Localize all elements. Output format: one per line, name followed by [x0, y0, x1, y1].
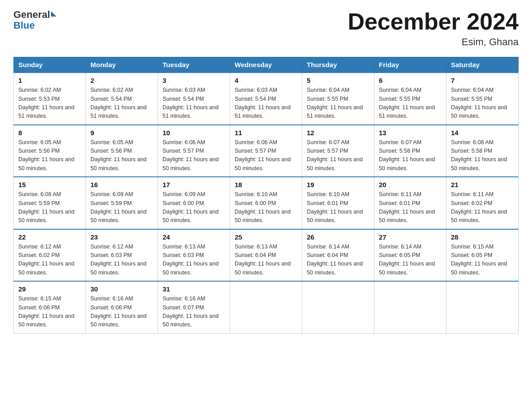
week-row-5: 29 Sunrise: 6:15 AM Sunset: 6:06 PM Dayl…	[14, 281, 519, 333]
day-number: 22	[18, 233, 81, 241]
col-header-wednesday: Wednesday	[230, 57, 302, 73]
day-number: 7	[451, 77, 514, 84]
calendar-cell: 14 Sunrise: 6:08 AM Sunset: 5:58 PM Dayl…	[446, 125, 519, 177]
calendar-cell: 3 Sunrise: 6:03 AM Sunset: 5:54 PM Dayli…	[158, 73, 230, 125]
calendar-cell: 25 Sunrise: 6:13 AM Sunset: 6:04 PM Dayl…	[230, 229, 302, 282]
calendar-cell: 13 Sunrise: 6:07 AM Sunset: 5:58 PM Dayl…	[374, 125, 446, 177]
logo-blue-text: Blue	[13, 20, 35, 31]
col-header-friday: Friday	[374, 57, 446, 73]
day-info: Sunrise: 6:13 AM Sunset: 6:04 PM Dayligh…	[235, 243, 297, 278]
col-header-sunday: Sunday	[14, 57, 86, 73]
calendar-cell	[302, 281, 374, 333]
day-number: 20	[379, 181, 442, 188]
day-info: Sunrise: 6:10 AM Sunset: 6:00 PM Dayligh…	[235, 190, 297, 225]
day-number: 30	[90, 285, 153, 293]
day-info: Sunrise: 6:06 AM Sunset: 5:57 PM Dayligh…	[163, 138, 225, 173]
day-info: Sunrise: 6:03 AM Sunset: 5:54 PM Dayligh…	[163, 86, 225, 121]
day-number: 13	[379, 129, 442, 137]
day-info: Sunrise: 6:10 AM Sunset: 6:01 PM Dayligh…	[307, 190, 369, 225]
calendar-cell: 23 Sunrise: 6:12 AM Sunset: 6:03 PM Dayl…	[86, 229, 158, 282]
day-info: Sunrise: 6:04 AM Sunset: 5:55 PM Dayligh…	[379, 86, 442, 121]
day-info: Sunrise: 6:14 AM Sunset: 6:04 PM Dayligh…	[307, 243, 369, 278]
day-info: Sunrise: 6:11 AM Sunset: 6:01 PM Dayligh…	[379, 190, 442, 225]
calendar-cell: 21 Sunrise: 6:11 AM Sunset: 6:02 PM Dayl…	[446, 177, 519, 229]
calendar-cell: 9 Sunrise: 6:05 AM Sunset: 5:56 PM Dayli…	[86, 125, 158, 177]
col-header-saturday: Saturday	[446, 57, 519, 73]
day-number: 31	[163, 285, 225, 293]
day-number: 27	[379, 233, 442, 241]
page-header: General Blue December 2024 Esim, Ghana	[13, 9, 519, 48]
day-info: Sunrise: 6:05 AM Sunset: 5:56 PM Dayligh…	[18, 138, 81, 173]
calendar-cell: 8 Sunrise: 6:05 AM Sunset: 5:56 PM Dayli…	[14, 125, 86, 177]
day-info: Sunrise: 6:04 AM Sunset: 5:55 PM Dayligh…	[307, 86, 369, 121]
day-number: 11	[235, 129, 297, 137]
logo-general-text: General	[13, 9, 50, 21]
calendar-cell: 16 Sunrise: 6:09 AM Sunset: 5:59 PM Dayl…	[86, 177, 158, 229]
calendar-cell: 6 Sunrise: 6:04 AM Sunset: 5:55 PM Dayli…	[374, 73, 446, 125]
calendar-cell	[446, 281, 519, 333]
day-number: 5	[307, 77, 369, 84]
calendar-cell: 10 Sunrise: 6:06 AM Sunset: 5:57 PM Dayl…	[158, 125, 230, 177]
day-number: 18	[235, 181, 297, 188]
day-info: Sunrise: 6:07 AM Sunset: 5:58 PM Dayligh…	[379, 138, 442, 173]
header-row: SundayMondayTuesdayWednesdayThursdayFrid…	[14, 57, 519, 73]
day-number: 17	[163, 181, 225, 188]
day-number: 9	[90, 129, 153, 137]
day-number: 23	[90, 233, 153, 241]
calendar-cell: 11 Sunrise: 6:06 AM Sunset: 5:57 PM Dayl…	[230, 125, 302, 177]
col-header-monday: Monday	[86, 57, 158, 73]
calendar-cell: 15 Sunrise: 6:08 AM Sunset: 5:59 PM Dayl…	[14, 177, 86, 229]
day-info: Sunrise: 6:07 AM Sunset: 5:57 PM Dayligh…	[307, 138, 369, 173]
calendar-cell	[374, 281, 446, 333]
logo: General Blue	[13, 9, 56, 31]
calendar-cell: 1 Sunrise: 6:02 AM Sunset: 5:53 PM Dayli…	[14, 73, 86, 125]
calendar-cell: 28 Sunrise: 6:15 AM Sunset: 6:05 PM Dayl…	[446, 229, 519, 282]
day-number: 21	[451, 181, 514, 188]
col-header-thursday: Thursday	[302, 57, 374, 73]
day-info: Sunrise: 6:11 AM Sunset: 6:02 PM Dayligh…	[451, 190, 514, 225]
calendar-cell: 24 Sunrise: 6:13 AM Sunset: 6:03 PM Dayl…	[158, 229, 230, 282]
day-info: Sunrise: 6:15 AM Sunset: 6:06 PM Dayligh…	[18, 295, 81, 330]
day-info: Sunrise: 6:08 AM Sunset: 5:58 PM Dayligh…	[451, 138, 514, 173]
calendar-cell: 30 Sunrise: 6:16 AM Sunset: 6:06 PM Dayl…	[86, 281, 158, 333]
day-number: 10	[163, 129, 225, 137]
day-number: 12	[307, 129, 369, 137]
day-info: Sunrise: 6:16 AM Sunset: 6:06 PM Dayligh…	[90, 295, 153, 330]
calendar-cell: 17 Sunrise: 6:09 AM Sunset: 6:00 PM Dayl…	[158, 177, 230, 229]
col-header-tuesday: Tuesday	[158, 57, 230, 73]
location-text: Esim, Ghana	[348, 36, 519, 48]
day-number: 8	[18, 129, 81, 137]
day-info: Sunrise: 6:02 AM Sunset: 5:53 PM Dayligh…	[18, 86, 81, 121]
day-info: Sunrise: 6:12 AM Sunset: 6:03 PM Dayligh…	[90, 243, 153, 278]
calendar-cell: 7 Sunrise: 6:04 AM Sunset: 5:55 PM Dayli…	[446, 73, 519, 125]
day-info: Sunrise: 6:14 AM Sunset: 6:05 PM Dayligh…	[379, 243, 442, 278]
calendar-cell: 22 Sunrise: 6:12 AM Sunset: 6:02 PM Dayl…	[14, 229, 86, 282]
day-number: 6	[379, 77, 442, 84]
calendar-cell: 18 Sunrise: 6:10 AM Sunset: 6:00 PM Dayl…	[230, 177, 302, 229]
day-number: 14	[451, 129, 514, 137]
day-info: Sunrise: 6:03 AM Sunset: 5:54 PM Dayligh…	[235, 86, 297, 121]
month-title: December 2024	[348, 9, 519, 34]
day-number: 2	[90, 77, 153, 84]
day-info: Sunrise: 6:06 AM Sunset: 5:57 PM Dayligh…	[235, 138, 297, 173]
day-info: Sunrise: 6:15 AM Sunset: 6:05 PM Dayligh…	[451, 243, 514, 278]
day-info: Sunrise: 6:12 AM Sunset: 6:02 PM Dayligh…	[18, 243, 81, 278]
calendar-cell: 2 Sunrise: 6:02 AM Sunset: 5:54 PM Dayli…	[86, 73, 158, 125]
calendar-cell: 20 Sunrise: 6:11 AM Sunset: 6:01 PM Dayl…	[374, 177, 446, 229]
day-number: 1	[18, 77, 81, 84]
calendar-cell: 5 Sunrise: 6:04 AM Sunset: 5:55 PM Dayli…	[302, 73, 374, 125]
day-number: 26	[307, 233, 369, 241]
day-info: Sunrise: 6:09 AM Sunset: 6:00 PM Dayligh…	[163, 190, 225, 225]
calendar-cell: 4 Sunrise: 6:03 AM Sunset: 5:54 PM Dayli…	[230, 73, 302, 125]
day-number: 19	[307, 181, 369, 188]
title-section: December 2024 Esim, Ghana	[348, 9, 519, 48]
day-info: Sunrise: 6:05 AM Sunset: 5:56 PM Dayligh…	[90, 138, 153, 173]
calendar-cell: 27 Sunrise: 6:14 AM Sunset: 6:05 PM Dayl…	[374, 229, 446, 282]
day-number: 24	[163, 233, 225, 241]
week-row-1: 1 Sunrise: 6:02 AM Sunset: 5:53 PM Dayli…	[14, 73, 519, 125]
day-info: Sunrise: 6:16 AM Sunset: 6:07 PM Dayligh…	[163, 295, 225, 330]
day-number: 15	[18, 181, 81, 188]
calendar-table: SundayMondayTuesdayWednesdayThursdayFrid…	[13, 57, 519, 334]
logo-arrow-icon	[51, 11, 56, 17]
day-info: Sunrise: 6:04 AM Sunset: 5:55 PM Dayligh…	[451, 86, 514, 121]
